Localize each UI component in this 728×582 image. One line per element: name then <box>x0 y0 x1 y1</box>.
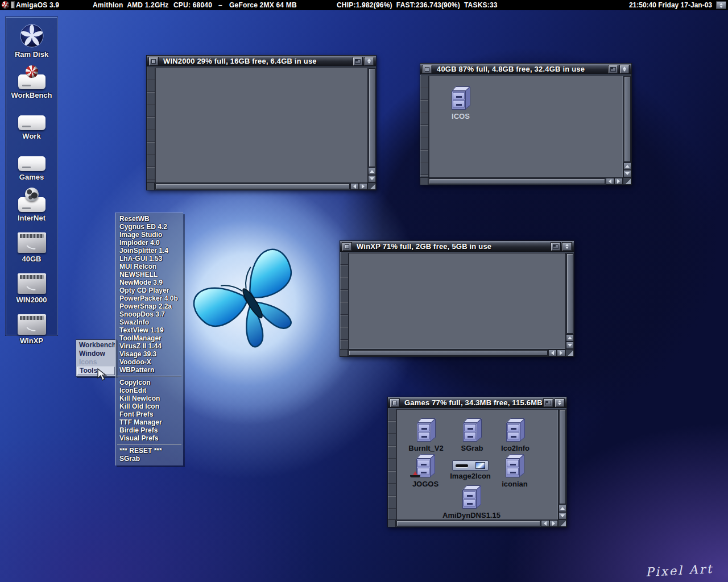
menu-item[interactable]: ResetWB <box>115 215 183 223</box>
scroll-left-button[interactable] <box>606 178 614 185</box>
desktop-icon-winxp[interactable]: WinXP <box>7 309 56 345</box>
scroll-right-button[interactable] <box>549 520 558 527</box>
menu-item[interactable]: Visual Prefs <box>115 434 183 442</box>
menu-item[interactable]: NEWSHELL <box>115 271 183 278</box>
close-gadget[interactable] <box>390 398 400 408</box>
close-gadget[interactable] <box>148 57 159 66</box>
desktop-icon-40gb[interactable]: 40GB <box>7 227 56 263</box>
scroll-up-button[interactable] <box>623 163 631 170</box>
vertical-scrollbar[interactable] <box>558 409 566 519</box>
titlebar[interactable]: WinXP 71% full, 2GB free, 5GB in use <box>340 241 574 252</box>
zoom-gadget[interactable] <box>543 398 553 408</box>
titlebar[interactable]: 40GB 87% full, 4.8GB free, 32.4GB in use <box>420 64 631 75</box>
tool-icon-image2icon[interactable]: Image2Icon <box>446 452 494 480</box>
menu-item[interactable]: Visage 39.3 <box>115 350 183 358</box>
folder-icon-iconian[interactable]: iconian <box>491 452 539 488</box>
menu-item[interactable]: TTF Manager <box>115 418 183 426</box>
menu-item[interactable]: Voodoo-X <box>115 358 183 366</box>
menu-item[interactable]: SwazInfo <box>115 318 183 326</box>
menu-item[interactable]: WBPattern <box>115 366 183 374</box>
titlebar[interactable]: Games 77% full, 34.3MB free, 115.6MB in … <box>388 397 566 409</box>
resize-gadget[interactable] <box>623 177 631 185</box>
menu-item[interactable]: IconEdit <box>115 386 183 394</box>
folder-icon-burnit[interactable]: BurnIt_V2 <box>402 417 450 452</box>
menu-item[interactable]: Kill Old Icon <box>115 402 183 410</box>
vertical-scrollbar[interactable] <box>367 68 376 182</box>
menu-item[interactable]: Kill NewIcon <box>115 394 183 402</box>
resize-gadget[interactable] <box>367 182 376 190</box>
zoom-gadget[interactable] <box>608 65 618 74</box>
menu-item[interactable]: PowerPacker 4.0b <box>115 294 183 302</box>
scroll-left-button[interactable] <box>350 183 359 190</box>
scroll-left-button[interactable] <box>548 350 557 356</box>
horizontal-scrollbar[interactable] <box>147 182 367 190</box>
scroll-up-button[interactable] <box>559 505 566 512</box>
menu-item-workbench[interactable]: Workbench <box>77 341 115 350</box>
desktop-icon-ram-disk[interactable]: Ram Disk <box>7 22 56 59</box>
menu-item[interactable]: Font Prefs <box>115 410 183 418</box>
menu-item[interactable]: *** RESET *** <box>115 447 183 455</box>
scroll-right-button[interactable] <box>359 183 367 190</box>
scrollbar-thumb[interactable] <box>155 184 350 189</box>
menu-item[interactable]: CopyIcon <box>115 379 183 386</box>
horizontal-scrollbar[interactable] <box>340 349 565 356</box>
menu-item[interactable]: SGrab <box>115 455 183 463</box>
scroll-up-button[interactable] <box>566 334 574 342</box>
depth-gadget[interactable] <box>562 242 572 251</box>
menu-item[interactable]: LhA-GUI 1.53 <box>115 255 183 263</box>
scroll-down-button[interactable] <box>368 175 376 182</box>
menu-item[interactable]: Image Studio <box>115 231 183 239</box>
titlebar[interactable]: WIN2000 29% full, 16GB free, 6.4GB in us… <box>147 56 376 67</box>
menu-item[interactable]: Imploder 4.0 <box>115 239 183 247</box>
screen-depth-gadget[interactable] <box>716 1 726 9</box>
depth-gadget[interactable] <box>619 65 630 74</box>
desktop-icon-work[interactable]: Work <box>7 104 56 140</box>
menu-item-window[interactable]: Window <box>77 350 115 358</box>
scroll-right-button[interactable] <box>557 350 565 356</box>
scrollbar-thumb[interactable] <box>396 521 540 526</box>
scroll-down-button[interactable] <box>559 512 566 519</box>
scroll-up-button[interactable] <box>368 168 376 175</box>
folder-icon-amidyndns[interactable]: AmiDynDNS1.15 <box>448 484 495 519</box>
zoom-gadget[interactable] <box>353 57 363 66</box>
resize-gadget[interactable] <box>565 349 574 356</box>
menubar-drag-handle[interactable] <box>11 1 15 9</box>
depth-gadget[interactable] <box>555 398 565 408</box>
resize-gadget[interactable] <box>558 519 566 527</box>
close-gadget[interactable] <box>342 242 352 251</box>
folder-icon-jogos[interactable]: JOGOS <box>402 452 449 488</box>
menu-item[interactable]: ToolManager <box>115 334 183 342</box>
scroll-right-button[interactable] <box>614 178 623 185</box>
folder-icon-icos[interactable]: ICOS <box>437 85 485 120</box>
menu-item[interactable]: PowerSnap 2.2a <box>115 302 183 310</box>
menu-item[interactable]: TextView 1.19 <box>115 326 183 334</box>
scroll-down-button[interactable] <box>566 342 574 349</box>
scrollbar-thumb[interactable] <box>566 253 573 334</box>
scroll-down-button[interactable] <box>623 170 631 177</box>
scrollbar-thumb[interactable] <box>429 178 605 184</box>
scrollbar-thumb[interactable] <box>349 350 548 356</box>
scroll-left-button[interactable] <box>541 520 549 527</box>
menu-item[interactable]: SnoopDos 3.7 <box>115 310 183 318</box>
menu-item[interactable]: MUI Relcon <box>115 263 183 271</box>
menu-item[interactable]: VirusZ II 1.44 <box>115 342 183 350</box>
vertical-scrollbar[interactable] <box>623 76 631 177</box>
vertical-scrollbar[interactable] <box>565 253 574 349</box>
horizontal-scrollbar[interactable] <box>420 177 623 185</box>
menu-item[interactable]: Cygnus ED 4.2 <box>115 223 183 231</box>
depth-gadget[interactable] <box>364 57 374 66</box>
scrollbar-thumb[interactable] <box>369 68 375 167</box>
desktop-icon-workbench[interactable]: WorkBench <box>7 63 56 99</box>
desktop-icon-win2000[interactable]: WIN2000 <box>7 268 56 304</box>
menu-item[interactable]: Birdie Prefs <box>115 426 183 434</box>
desktop-icon-games[interactable]: Games <box>7 145 56 181</box>
horizontal-scrollbar[interactable] <box>388 519 558 527</box>
menu-item[interactable]: NewMode 3.9 <box>115 278 183 286</box>
desktop-icon-internet[interactable]: InterNet <box>7 186 56 222</box>
scrollbar-thumb[interactable] <box>624 76 631 162</box>
folder-icon-sgrab[interactable]: SGrab <box>448 417 496 452</box>
folder-icon-ico2info[interactable]: Ico2Info <box>491 417 539 452</box>
scrollbar-thumb[interactable] <box>559 410 566 504</box>
menu-item[interactable]: Opty CD Player <box>115 286 183 294</box>
close-gadget[interactable] <box>422 65 432 74</box>
